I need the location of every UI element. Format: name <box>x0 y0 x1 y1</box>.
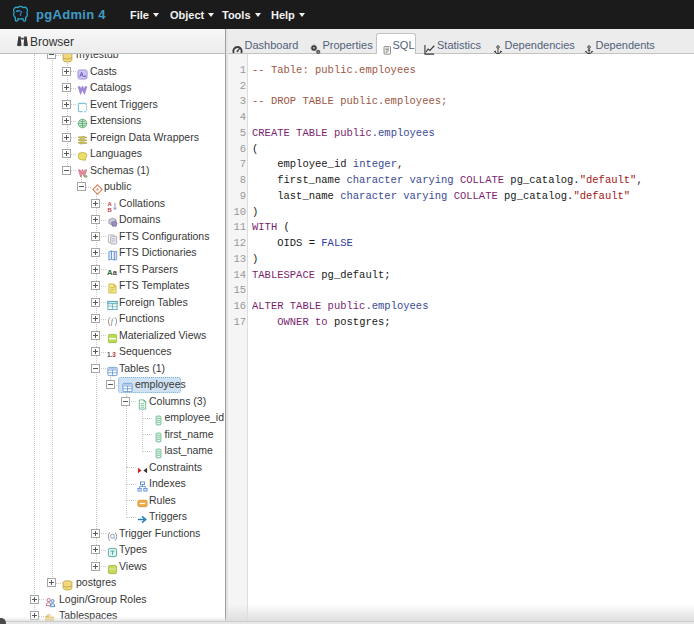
svg-text:f: f <box>111 317 115 326</box>
svg-text:3: 3 <box>112 351 116 358</box>
svg-text:B: B <box>107 206 112 211</box>
svg-text:a: a <box>113 268 118 277</box>
